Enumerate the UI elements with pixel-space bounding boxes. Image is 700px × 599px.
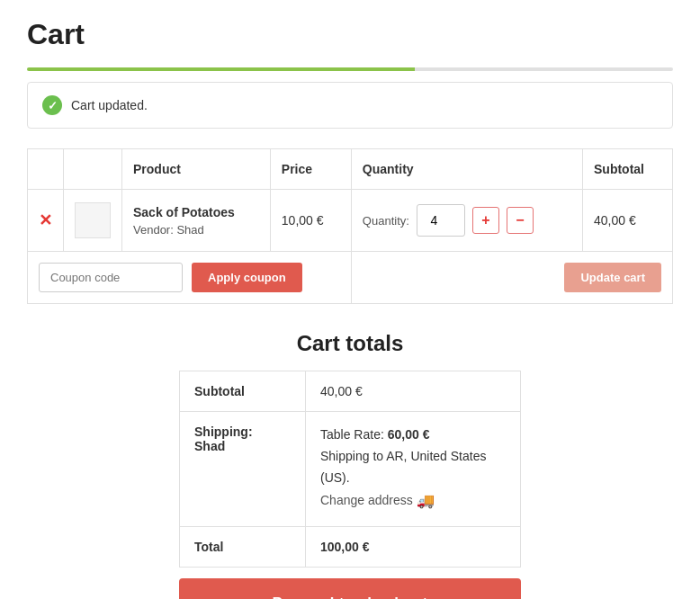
subtotal-label: Subtotal <box>180 371 306 412</box>
th-subtotal: Subtotal <box>583 149 673 190</box>
accent-border <box>27 67 673 71</box>
table-header-row: Product Price Quantity Subtotal <box>28 149 673 190</box>
total-row: Total 100,00 € <box>180 526 521 567</box>
change-address-link[interactable]: Change address 🚚 <box>320 488 435 513</box>
update-cart-button[interactable]: Update cart <box>564 263 661 292</box>
quantity-input[interactable] <box>417 204 465 237</box>
totals-table: Subtotal 40,00 € Shipping:Shad Table Rat… <box>179 371 521 568</box>
shipping-row: Shipping:Shad Table Rate: 60,00 € Shippi… <box>180 412 521 527</box>
quantity-wrapper: Quantity: + − <box>363 204 571 237</box>
cart-totals-section: Cart totals Subtotal 40,00 € Shipping:Sh… <box>27 331 673 599</box>
vendor-label: Vendor: <box>133 223 174 237</box>
quantity-decrease-button[interactable]: − <box>507 207 534 234</box>
product-vendor: Vendor: Shad <box>133 223 259 237</box>
shipping-label-text: Shipping:Shad <box>194 425 253 453</box>
coupon-input[interactable] <box>39 263 183 292</box>
th-remove <box>28 149 64 190</box>
quantity-cell: Quantity: + − <box>351 190 582 252</box>
checkout-button[interactable]: Proceed to checkout <box>179 578 521 599</box>
product-thumbnail <box>75 202 111 238</box>
cart-totals-title: Cart totals <box>297 331 404 356</box>
coupon-area: Apply coupon <box>39 263 340 292</box>
subtotal-cell: 40,00 € <box>583 190 673 252</box>
remove-item-button[interactable]: ✕ <box>39 212 52 228</box>
shipping-destination: Shipping to AR, United States (US). <box>320 446 506 489</box>
subtotal-value: 40,00 € <box>306 371 521 412</box>
checkout-button-wrapper: Proceed to checkout <box>179 578 521 599</box>
th-price: Price <box>270 149 351 190</box>
quantity-label: Quantity: <box>363 214 409 228</box>
vendor-name: Shad <box>176 223 203 237</box>
table-row: ✕ Sack of Potatoes Vendor: Shad 10,00 € … <box>28 190 673 252</box>
th-quantity: Quantity <box>351 149 582 190</box>
truck-icon: 🚚 <box>417 488 435 513</box>
price-cell: 10,00 € <box>270 190 351 252</box>
shipping-rate-value: 60,00 € <box>388 427 430 442</box>
subtotal-row: Subtotal 40,00 € <box>180 371 521 412</box>
total-value: 100,00 € <box>306 526 521 567</box>
apply-coupon-button[interactable]: Apply coupon <box>192 263 302 292</box>
remove-cell: ✕ <box>28 190 64 252</box>
th-image <box>64 149 122 190</box>
notice-check-icon <box>42 95 62 115</box>
shipping-value: Table Rate: 60,00 € Shipping to AR, Unit… <box>306 412 521 527</box>
notice-text: Cart updated. <box>71 98 148 112</box>
th-product: Product <box>122 149 271 190</box>
image-cell <box>64 190 122 252</box>
coupon-row: Apply coupon Update cart <box>28 252 673 304</box>
coupon-cell: Apply coupon <box>28 252 352 304</box>
shipping-label: Shipping:Shad <box>180 412 306 527</box>
shipping-rate-prefix: Table Rate: <box>320 427 384 442</box>
shipping-info: Table Rate: 60,00 € Shipping to AR, Unit… <box>320 425 506 514</box>
total-label: Total <box>180 526 306 567</box>
shipping-rate: Table Rate: 60,00 € <box>320 425 506 446</box>
page-title: Cart <box>27 18 673 51</box>
change-address-label: Change address <box>320 490 413 512</box>
quantity-increase-button[interactable]: + <box>472 207 499 234</box>
product-name: Sack of Potatoes <box>133 205 259 219</box>
product-cell: Sack of Potatoes Vendor: Shad <box>122 190 271 252</box>
cart-table: Product Price Quantity Subtotal ✕ Sack o… <box>27 148 673 304</box>
cart-notice: Cart updated. <box>27 82 673 129</box>
update-cart-cell: Update cart <box>351 252 672 304</box>
